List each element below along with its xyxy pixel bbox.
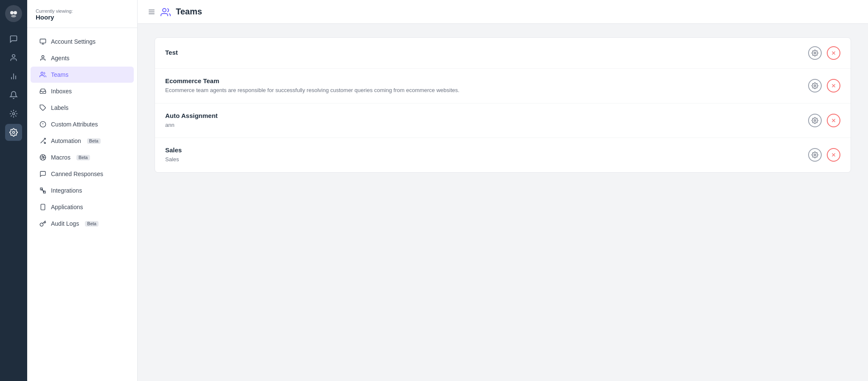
team-info: Test [165, 49, 798, 58]
macros-badge: Beta [76, 155, 90, 160]
sidebar-item-custom-attributes[interactable]: Custom Attributes [31, 116, 134, 132]
team-delete-button[interactable] [827, 46, 840, 60]
applications-icon [39, 203, 47, 211]
reports-nav-icon[interactable] [5, 68, 22, 85]
team-name: Auto Assignment [165, 112, 798, 119]
account-settings-icon [39, 38, 47, 45]
sidebar-item-automation[interactable]: Automation Beta [31, 133, 134, 149]
team-item: Auto Assignment ann [155, 104, 851, 138]
team-info: Sales Sales [165, 146, 798, 164]
labels-icon [39, 104, 47, 112]
team-delete-button[interactable] [827, 148, 840, 162]
team-delete-button[interactable] [827, 114, 840, 127]
team-name: Test [165, 49, 798, 56]
agents-icon [39, 54, 47, 62]
svg-point-13 [41, 72, 43, 74]
sidebar-item-agents[interactable]: Agents [31, 50, 134, 66]
teams-label: Teams [51, 71, 68, 78]
viewing-label: Currently viewing: [36, 8, 129, 14]
agents-label: Agents [51, 55, 70, 62]
svg-point-32 [814, 85, 816, 87]
automation-label: Automation [51, 137, 81, 144]
svg-point-7 [13, 113, 15, 115]
integrations-label: Integrations [51, 187, 82, 194]
left-nav: Currently viewing: Hoory Account Setting… [27, 0, 138, 381]
sidebar-item-inboxes[interactable]: Inboxes [31, 83, 134, 99]
team-settings-button[interactable] [808, 114, 822, 127]
svg-point-29 [814, 52, 816, 54]
macros-icon [39, 154, 47, 161]
team-info: Auto Assignment ann [165, 112, 798, 129]
svg-point-1 [14, 11, 17, 14]
integrations-icon [39, 187, 47, 194]
svg-point-8 [13, 132, 15, 134]
ai-nav-icon[interactable] [5, 105, 22, 122]
svg-point-38 [814, 154, 816, 156]
team-name: Sales [165, 146, 798, 154]
audit-logs-label: Audit Logs [51, 220, 79, 227]
main-area: Teams Test [138, 0, 868, 381]
team-settings-button[interactable] [808, 148, 822, 162]
team-description: ann [165, 121, 798, 129]
team-info: Ecommerce Team Ecommerce team agents are… [165, 77, 798, 95]
labels-label: Labels [51, 104, 68, 111]
sidebar-item-integrations[interactable]: Integrations [31, 182, 134, 199]
team-actions [808, 148, 840, 162]
automation-badge: Beta [87, 138, 101, 144]
team-delete-button[interactable] [827, 79, 840, 92]
team-description: Sales [165, 155, 798, 164]
account-settings-label: Account Settings [51, 38, 96, 45]
org-name: Hoory [36, 14, 129, 21]
contacts-nav-icon[interactable] [5, 49, 22, 66]
audit-logs-icon [39, 220, 47, 227]
applications-label: Applications [51, 204, 83, 210]
conversations-nav-icon[interactable] [5, 31, 22, 48]
sidebar-item-audit-logs[interactable]: Audit Logs Beta [31, 216, 134, 232]
teams-header-icon [161, 6, 171, 17]
team-actions [808, 114, 840, 127]
team-name: Ecommerce Team [165, 77, 798, 84]
svg-point-3 [12, 55, 15, 58]
app-logo [5, 5, 22, 22]
team-item: Ecommerce Team Ecommerce team agents are… [155, 69, 851, 104]
svg-point-0 [10, 11, 14, 14]
teams-icon [39, 71, 47, 78]
top-bar: Teams [138, 0, 868, 24]
svg-rect-9 [40, 39, 45, 43]
svg-point-35 [814, 120, 816, 121]
macros-label: Macros [51, 154, 70, 161]
notifications-nav-icon[interactable] [5, 87, 22, 104]
team-description: Ecommerce team agents are responsible fo… [165, 86, 798, 95]
icon-sidebar [0, 0, 27, 381]
menu-icon[interactable] [148, 7, 155, 16]
inboxes-label: Inboxes [51, 88, 72, 95]
sidebar-item-canned-responses[interactable]: Canned Responses [31, 166, 134, 182]
content-area: Test E [138, 24, 868, 381]
svg-point-2 [11, 15, 16, 17]
sidebar-item-macros[interactable]: Macros Beta [31, 149, 134, 165]
team-actions [808, 46, 840, 60]
team-item: Test [155, 38, 851, 69]
page-title: Teams [176, 7, 202, 17]
audit-logs-badge: Beta [85, 221, 99, 227]
team-settings-button[interactable] [808, 79, 822, 92]
sidebar-item-labels[interactable]: Labels [31, 100, 134, 116]
canned-responses-label: Canned Responses [51, 171, 103, 177]
teams-list: Test E [155, 37, 851, 173]
sidebar-item-teams[interactable]: Teams [31, 67, 134, 83]
custom-attributes-icon [39, 120, 47, 128]
automation-icon [39, 137, 47, 145]
team-settings-button[interactable] [808, 46, 822, 60]
settings-nav-icon[interactable] [5, 124, 22, 141]
team-item: Sales Sales [155, 138, 851, 172]
custom-attributes-label: Custom Attributes [51, 121, 98, 128]
canned-responses-icon [39, 170, 47, 178]
nav-header: Currently viewing: Hoory [27, 0, 137, 28]
team-actions [808, 79, 840, 92]
sidebar-item-applications[interactable]: Applications [31, 199, 134, 215]
sidebar-item-account-settings[interactable]: Account Settings [31, 34, 134, 50]
nav-items: Account Settings Agents Teams [27, 28, 137, 237]
inboxes-icon [39, 87, 47, 95]
svg-point-28 [163, 8, 166, 12]
svg-point-12 [42, 56, 44, 58]
